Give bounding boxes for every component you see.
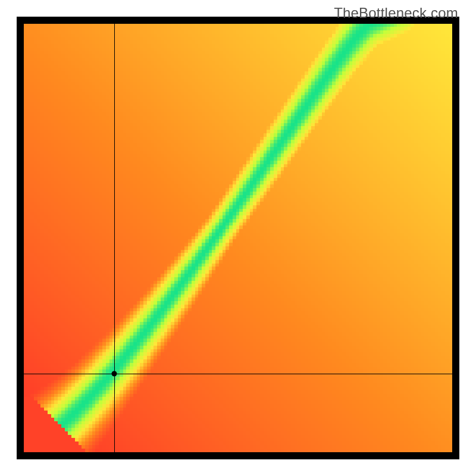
heatmap-canvas [24,24,452,452]
chart-frame [17,17,459,459]
crosshair-marker [112,371,117,377]
crosshair-vertical [114,24,115,452]
crosshair-horizontal [24,374,452,374]
stage: TheBottleneck.com [0,0,476,476]
watermark-text: TheBottleneck.com [334,5,458,21]
